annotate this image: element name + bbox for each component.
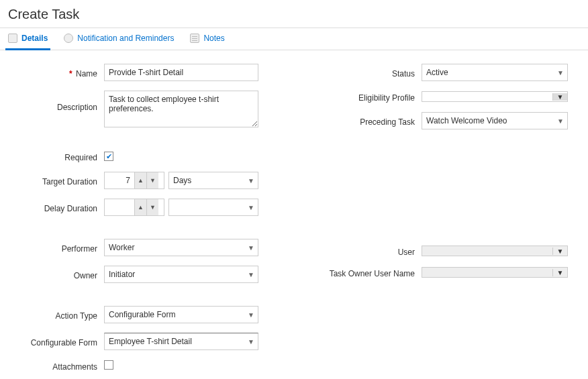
target-duration-spinner[interactable]: ▲ ▼ (104, 172, 164, 189)
dropdown-button-icon[interactable]: ▼ (552, 93, 567, 101)
action-type-value: Configurable Form (105, 307, 244, 323)
chevron-down-icon: ▼ (244, 271, 258, 278)
delay-duration-up[interactable]: ▲ (134, 199, 146, 215)
performer-select[interactable]: Worker ▼ (104, 239, 258, 256)
preceding-select[interactable]: Watch Welcome Video ▼ (422, 112, 568, 129)
name-input[interactable] (104, 64, 258, 81)
chevron-down-icon: ▼ (244, 177, 258, 184)
action-type-label: Action Type (20, 309, 104, 321)
left-column: * Name Description Task to collect emplo… (20, 64, 277, 379)
configurable-form-label: Configurable Form (20, 335, 104, 347)
description-textarea[interactable]: Task to collect employee t-shirt prefere… (104, 91, 258, 127)
tab-notes[interactable]: Notes (187, 28, 227, 50)
target-duration-up[interactable]: ▲ (134, 172, 146, 188)
note-icon (190, 34, 199, 43)
delay-duration-down[interactable]: ▼ (146, 199, 158, 215)
chevron-down-icon: ▼ (244, 311, 258, 319)
eligibility-label: Eligibility Profile (311, 91, 422, 103)
task-owner-user-label: Task Owner User Name (311, 266, 422, 278)
user-select[interactable]: ▼ (422, 246, 568, 256)
target-duration-input[interactable] (105, 172, 134, 188)
chevron-down-icon: ▼ (554, 69, 567, 76)
action-type-select[interactable]: Configurable Form ▼ (104, 306, 258, 323)
performer-label: Performer (20, 241, 104, 254)
clock-icon (64, 34, 73, 43)
eligibility-select[interactable]: ▼ (422, 91, 568, 102)
chevron-down-icon: ▼ (244, 338, 258, 345)
chevron-down-icon: ▼ (554, 117, 567, 125)
preceding-value: Watch Welcome Video (422, 113, 554, 129)
owner-label: Owner (20, 268, 104, 280)
user-label: User (311, 245, 422, 257)
tab-notes-label: Notes (203, 34, 224, 43)
configurable-form-value: Employee T-shirt Detail (105, 333, 244, 349)
chevron-down-icon: ▼ (244, 244, 258, 252)
delay-duration-spinner[interactable]: ▲ ▼ (104, 199, 164, 216)
right-column: Status Active ▼ Eligibility Profile ▼ (311, 64, 568, 379)
delay-duration-label: Delay Duration (20, 201, 104, 213)
tab-details[interactable]: Details (5, 28, 50, 50)
configurable-form-select[interactable]: Employee T-shirt Detail ▼ (104, 333, 258, 350)
task-owner-user-select[interactable]: ▼ (422, 267, 568, 278)
name-label: * Name (20, 66, 104, 78)
required-star-icon: * (69, 69, 72, 78)
target-duration-unit-select[interactable]: Days ▼ (168, 172, 258, 189)
description-label: Description (20, 91, 104, 112)
status-select[interactable]: Active ▼ (422, 64, 568, 81)
user-value (422, 246, 552, 256)
dropdown-button-icon[interactable]: ▼ (552, 269, 567, 276)
eligibility-value (422, 92, 552, 101)
chevron-down-icon: ▼ (244, 204, 258, 211)
tabs: Details Notification and Reminders Notes (0, 28, 588, 50)
form-area: * Name Description Task to collect emplo… (0, 50, 588, 379)
tab-notifications-label: Notification and Reminders (77, 34, 174, 43)
delay-duration-unit-select[interactable]: ▼ (168, 199, 258, 216)
owner-value: Initiator (105, 266, 244, 282)
dropdown-button-icon[interactable]: ▼ (552, 248, 567, 255)
required-label: Required (20, 150, 104, 162)
target-duration-unit-value: Days (169, 172, 244, 188)
performer-value: Worker (105, 239, 244, 256)
tab-notifications[interactable]: Notification and Reminders (61, 28, 177, 50)
status-label: Status (311, 66, 422, 78)
owner-select[interactable]: Initiator ▼ (104, 266, 258, 283)
tab-details-label: Details (21, 34, 48, 43)
page-title: Create Task (0, 0, 588, 28)
target-duration-label: Target Duration (20, 174, 104, 186)
preceding-label: Preceding Task (311, 115, 422, 127)
required-checkbox[interactable] (104, 152, 113, 161)
task-owner-user-value (422, 268, 552, 277)
attachments-label: Attachments (20, 360, 104, 372)
delay-duration-input[interactable] (105, 199, 134, 215)
clipboard-icon (8, 34, 17, 43)
attachments-checkbox[interactable] (104, 360, 113, 370)
delay-duration-unit-value (169, 203, 244, 212)
target-duration-down[interactable]: ▼ (146, 172, 158, 188)
status-value: Active (422, 64, 554, 80)
